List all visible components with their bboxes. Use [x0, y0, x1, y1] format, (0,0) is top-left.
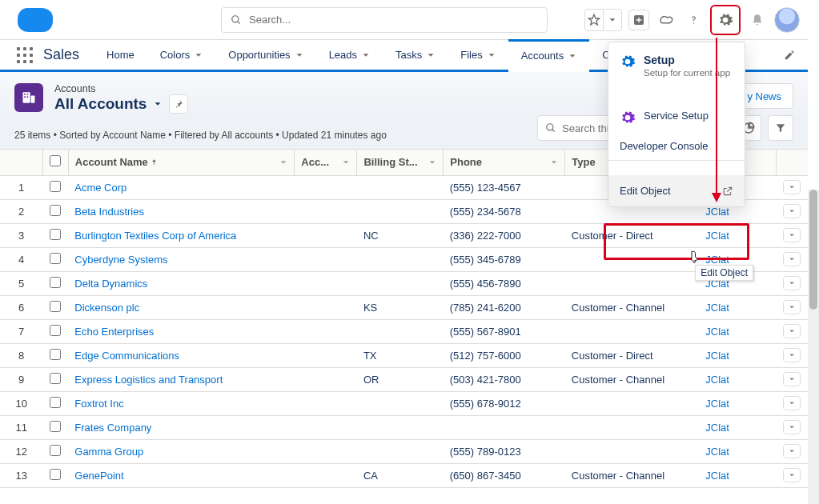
owner-link[interactable]: JClat [705, 374, 729, 386]
setup-menu-item-setup[interactable]: Setup Setup for current app [608, 50, 745, 86]
row-checkbox-cell[interactable] [42, 295, 68, 319]
row-checkbox[interactable] [50, 253, 61, 264]
row-action-button[interactable] [783, 324, 801, 338]
row-checkbox[interactable] [50, 301, 61, 312]
scrollbar-thumb[interactable] [809, 190, 817, 310]
chevron-down-icon[interactable] [604, 10, 621, 30]
row-action-button[interactable] [783, 252, 801, 266]
nav-item-tasks[interactable]: Tasks [383, 40, 448, 70]
account-link[interactable]: Beta Industries [74, 206, 144, 218]
col-select-all[interactable] [42, 150, 68, 175]
question-icon[interactable] [683, 10, 704, 30]
owner-link[interactable]: JClat [705, 398, 729, 410]
setup-menu-item-service-setup[interactable]: Service Setup [608, 103, 745, 132]
row-checkbox-cell[interactable] [42, 271, 68, 295]
row-checkbox-cell[interactable] [42, 367, 68, 391]
account-link[interactable]: Dickenson plc [74, 302, 139, 314]
row-checkbox[interactable] [50, 373, 61, 384]
owner-link[interactable]: JClat [705, 350, 729, 362]
row-checkbox-cell[interactable] [42, 391, 68, 415]
account-link[interactable]: Delta Dynamics [74, 278, 147, 290]
chevron-down-icon[interactable] [428, 158, 436, 166]
row-checkbox-cell[interactable] [42, 319, 68, 343]
nav-item-accounts[interactable]: Accounts [508, 39, 589, 72]
row-action-button[interactable] [783, 372, 801, 386]
setup-menu-item-developer-console[interactable]: Developer Console [608, 132, 745, 160]
row-checkbox[interactable] [50, 181, 61, 192]
row-checkbox-cell[interactable] [42, 415, 68, 439]
nav-item-files[interactable]: Files [448, 40, 508, 70]
row-action-button[interactable] [783, 468, 801, 482]
row-checkbox-cell[interactable] [42, 199, 68, 223]
edit-nav-icon[interactable] [771, 40, 808, 70]
row-action-button[interactable] [783, 300, 801, 314]
row-checkbox[interactable] [50, 205, 61, 216]
nav-item-home[interactable]: Home [94, 40, 147, 70]
favorites-combo[interactable] [584, 9, 622, 31]
chevron-down-icon[interactable] [153, 100, 163, 108]
account-link[interactable]: Echo Enterprises [74, 326, 154, 338]
row-checkbox-cell[interactable] [42, 343, 68, 367]
row-action-button[interactable] [783, 348, 801, 362]
row-action-button[interactable] [783, 180, 801, 194]
nav-item-opportunities[interactable]: Opportunities [215, 40, 315, 70]
row-checkbox[interactable] [50, 349, 61, 360]
owner-link[interactable]: JClat [705, 470, 729, 482]
owner-link[interactable]: JClat [705, 302, 729, 314]
row-checkbox[interactable] [50, 421, 61, 432]
account-link[interactable]: Acme Corp [74, 182, 126, 194]
select-all-checkbox[interactable] [50, 155, 61, 166]
row-action-button[interactable] [783, 396, 801, 410]
row-action-button[interactable] [783, 420, 801, 434]
account-link[interactable]: GenePoint [74, 470, 123, 482]
chevron-down-icon[interactable] [279, 158, 287, 166]
row-checkbox-cell[interactable] [42, 439, 68, 463]
vertical-scrollbar[interactable] [808, 190, 819, 504]
owner-link[interactable]: JClat [705, 254, 729, 266]
filter-icon[interactable] [768, 115, 793, 141]
account-link[interactable]: Burlington Textiles Corp of America [74, 230, 236, 242]
bell-icon[interactable] [747, 10, 768, 30]
add-icon[interactable] [628, 10, 649, 30]
owner-link[interactable]: JClat [705, 326, 729, 338]
row-action-button[interactable] [783, 444, 801, 458]
row-checkbox-cell[interactable] [42, 223, 68, 247]
nav-item-colors[interactable]: Colors [147, 40, 216, 70]
row-checkbox[interactable] [50, 325, 61, 336]
user-avatar[interactable] [774, 7, 800, 33]
salesforce-help-icon[interactable] [656, 10, 676, 30]
chevron-down-icon[interactable] [550, 158, 558, 166]
nav-item-leads[interactable]: Leads [316, 40, 383, 70]
row-action-button[interactable] [783, 204, 801, 218]
col-acc[interactable]: Acc... [295, 150, 357, 175]
col-phone[interactable]: Phone [444, 150, 565, 175]
setup-menu-item-edit-object[interactable]: Edit Object [608, 175, 745, 206]
account-link[interactable]: Cyberdyne Systems [74, 254, 167, 266]
row-checkbox-cell[interactable] [42, 463, 68, 487]
app-launcher-icon[interactable] [11, 40, 38, 70]
owner-link[interactable]: JClat [705, 446, 729, 458]
row-checkbox[interactable] [50, 229, 61, 240]
owner-link[interactable]: JClat [705, 422, 729, 434]
chevron-down-icon[interactable] [342, 158, 350, 166]
account-link[interactable]: Gamma Group [74, 446, 143, 458]
row-action-button[interactable] [783, 276, 801, 290]
account-link[interactable]: Frates Company [74, 422, 151, 434]
row-checkbox[interactable] [50, 469, 61, 480]
star-icon[interactable] [585, 10, 603, 30]
global-search-input[interactable] [221, 7, 548, 33]
row-checkbox[interactable] [50, 397, 61, 408]
pin-icon[interactable] [169, 94, 188, 114]
account-link[interactable]: Foxtrot Inc [74, 398, 123, 410]
account-link[interactable]: Edge Communications [74, 350, 179, 362]
row-checkbox[interactable] [50, 277, 61, 288]
owner-link[interactable]: JClat [705, 230, 729, 242]
row-checkbox[interactable] [50, 445, 61, 456]
setup-gear-icon[interactable] [715, 10, 736, 30]
account-link[interactable]: Express Logistics and Transport [74, 374, 223, 386]
listview-name[interactable]: All Accounts [54, 95, 147, 113]
row-action-button[interactable] [783, 228, 801, 242]
row-checkbox-cell[interactable] [42, 175, 68, 199]
col-billing[interactable]: Billing St... [357, 150, 444, 175]
row-checkbox-cell[interactable] [42, 247, 68, 271]
